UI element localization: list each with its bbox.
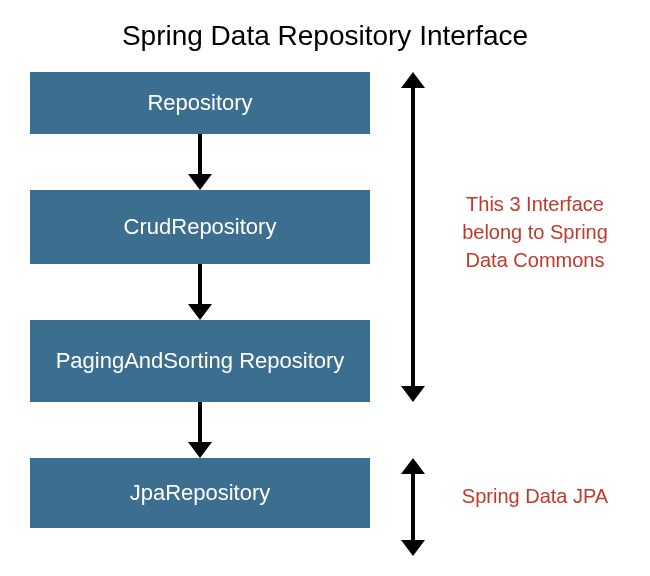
annotation-commons: This 3 Interface belong to Spring Data C…	[440, 190, 630, 274]
box-crud-repository: CrudRepository	[30, 190, 370, 264]
box-jpa-repository: JpaRepository	[30, 458, 370, 528]
diagram-canvas: Repository CrudRepository PagingAndSorti…	[0, 72, 650, 572]
annotation-jpa: Spring Data JPA	[440, 482, 630, 510]
box-repository-label: Repository	[147, 90, 252, 116]
diagram-title: Spring Data Repository Interface	[0, 0, 650, 72]
box-paging-sorting-repository-label: PagingAndSorting Repository	[56, 348, 345, 374]
box-jpa-repository-label: JpaRepository	[130, 480, 271, 506]
box-paging-sorting-repository: PagingAndSorting Repository	[30, 320, 370, 402]
box-crud-repository-label: CrudRepository	[124, 214, 277, 240]
box-repository: Repository	[30, 72, 370, 134]
